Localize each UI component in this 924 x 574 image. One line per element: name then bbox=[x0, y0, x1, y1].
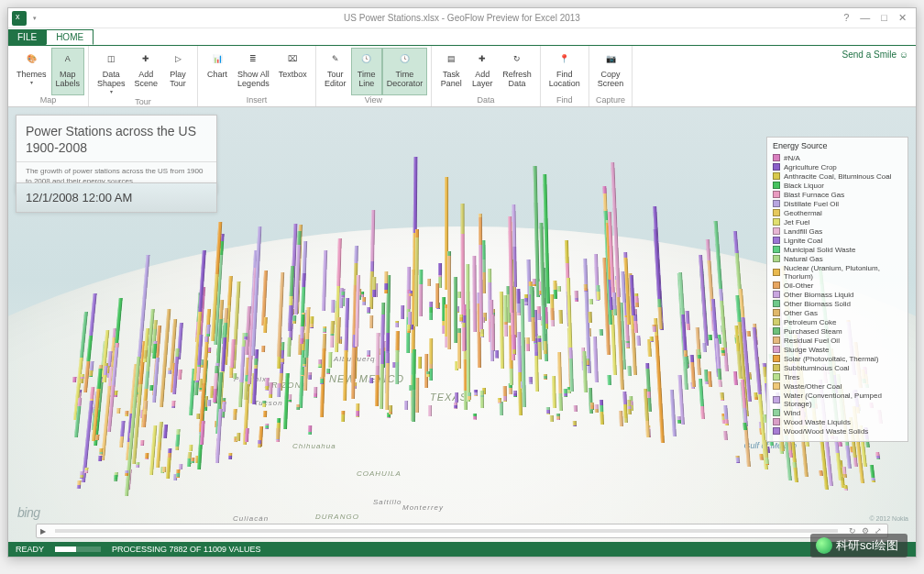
data-bar[interactable] bbox=[401, 305, 404, 319]
data-bar[interactable] bbox=[647, 392, 651, 398]
data-bar[interactable] bbox=[454, 403, 457, 408]
data-bar[interactable] bbox=[341, 411, 345, 422]
data-bar[interactable] bbox=[524, 298, 528, 304]
data-bar[interactable] bbox=[793, 462, 798, 468]
data-bar[interactable] bbox=[407, 325, 411, 333]
data-bar[interactable] bbox=[654, 318, 665, 443]
data-bar[interactable] bbox=[369, 315, 373, 328]
ribbon-time-line[interactable]: 🕓TimeLine bbox=[351, 48, 382, 95]
data-bar[interactable] bbox=[544, 341, 547, 354]
data-bar[interactable] bbox=[495, 350, 499, 359]
data-bar[interactable] bbox=[607, 375, 610, 385]
legend-item[interactable]: Anthracite Coal, Bituminous Coal bbox=[773, 171, 902, 181]
data-bar[interactable] bbox=[196, 414, 200, 419]
ribbon-data-shapes[interactable]: ◫DataShapes▾ bbox=[93, 48, 130, 97]
ribbon-copy-screen[interactable]: 📷CopyScreen bbox=[593, 48, 629, 95]
data-bar[interactable] bbox=[331, 300, 335, 313]
data-bar[interactable] bbox=[742, 423, 747, 430]
data-bar[interactable] bbox=[404, 401, 408, 410]
data-bar[interactable] bbox=[447, 251, 451, 349]
data-bar[interactable] bbox=[590, 403, 594, 408]
data-bar[interactable] bbox=[709, 335, 712, 340]
data-bar[interactable] bbox=[600, 400, 604, 425]
data-bar[interactable] bbox=[543, 374, 546, 380]
data-bar[interactable] bbox=[490, 315, 494, 350]
data-bar[interactable] bbox=[326, 369, 330, 374]
ribbon-add-layer[interactable]: ✚AddLayer bbox=[467, 48, 498, 95]
data-bar[interactable] bbox=[125, 411, 129, 416]
data-bar[interactable] bbox=[628, 366, 632, 376]
legend-item[interactable]: Wood Waste Liquids bbox=[773, 417, 902, 426]
data-bar[interactable] bbox=[472, 256, 477, 332]
data-bar[interactable] bbox=[136, 462, 140, 468]
data-bar[interactable] bbox=[720, 392, 724, 398]
legend-item[interactable]: Nuclear (Uranium, Plutonium, Thorium) bbox=[773, 263, 902, 281]
legend-item[interactable]: Lignite Coal bbox=[773, 236, 902, 245]
legend-item[interactable]: Petroleum Coke bbox=[773, 317, 902, 326]
data-bar[interactable] bbox=[723, 431, 728, 440]
data-bar[interactable] bbox=[559, 310, 563, 324]
legend-item[interactable]: Solar (Photovoltaic, Thermal) bbox=[773, 354, 902, 363]
data-bar[interactable] bbox=[503, 295, 508, 337]
data-bar[interactable] bbox=[175, 429, 181, 450]
data-bar[interactable] bbox=[626, 341, 630, 347]
legend-item[interactable]: Landfill Gas bbox=[773, 226, 902, 236]
legend-item[interactable]: #N/A bbox=[773, 153, 902, 162]
data-bar[interactable] bbox=[244, 333, 248, 340]
map-canvas[interactable]: ARIZONA NEW MEXICO TEXAS COAHUILA Chihua… bbox=[8, 107, 916, 542]
data-bar[interactable] bbox=[512, 335, 515, 353]
legend-item[interactable]: Purchased Steam bbox=[773, 326, 902, 336]
data-bar[interactable] bbox=[178, 370, 182, 380]
data-bar[interactable] bbox=[395, 321, 399, 327]
data-bar[interactable] bbox=[593, 337, 599, 382]
close-icon[interactable]: ✕ bbox=[898, 12, 907, 24]
data-bar[interactable] bbox=[462, 323, 466, 351]
data-bar[interactable] bbox=[406, 267, 411, 353]
data-bar[interactable] bbox=[875, 452, 880, 458]
ribbon-textbox[interactable]: ⌧Textbox bbox=[274, 48, 312, 95]
legend-item[interactable]: Oil-Other bbox=[773, 281, 902, 290]
data-bar[interactable] bbox=[119, 421, 126, 447]
ribbon-add-scene[interactable]: ✚AddScene bbox=[130, 48, 163, 97]
legend-item[interactable]: Subbituminous Coal bbox=[773, 363, 902, 372]
data-bar[interactable] bbox=[280, 359, 284, 364]
data-bar[interactable] bbox=[323, 326, 326, 332]
data-bar[interactable] bbox=[503, 386, 507, 402]
data-bar[interactable] bbox=[525, 337, 529, 351]
data-bar[interactable] bbox=[191, 458, 194, 463]
data-bar[interactable] bbox=[263, 317, 268, 333]
help-icon[interactable]: ? bbox=[843, 12, 849, 24]
data-bar[interactable] bbox=[588, 388, 593, 414]
data-bar[interactable] bbox=[698, 379, 705, 419]
legend-item[interactable]: Blast Furnace Gas bbox=[773, 190, 902, 199]
data-bar[interactable] bbox=[262, 401, 266, 407]
data-bar[interactable] bbox=[84, 468, 89, 473]
data-bar[interactable] bbox=[367, 350, 370, 357]
data-bar[interactable] bbox=[233, 373, 236, 379]
data-bar[interactable] bbox=[409, 291, 412, 296]
data-bar[interactable] bbox=[480, 329, 484, 335]
legend-item[interactable]: Residual Fuel Oil bbox=[773, 336, 902, 345]
data-bar[interactable] bbox=[736, 456, 740, 461]
data-bar[interactable] bbox=[258, 440, 261, 446]
data-bar[interactable] bbox=[513, 391, 517, 396]
data-bar[interactable] bbox=[228, 453, 232, 459]
data-bar[interactable] bbox=[552, 376, 556, 408]
minimize-icon[interactable]: — bbox=[860, 12, 870, 24]
data-bar[interactable] bbox=[676, 416, 680, 422]
data-bar[interactable] bbox=[466, 264, 470, 402]
data-bar[interactable] bbox=[372, 277, 376, 297]
data-bar[interactable] bbox=[292, 315, 296, 324]
data-bar[interactable] bbox=[870, 465, 875, 482]
data-bar[interactable] bbox=[385, 353, 390, 410]
legend-item[interactable]: Tires bbox=[773, 372, 902, 381]
data-bar[interactable] bbox=[322, 250, 327, 311]
data-bar[interactable] bbox=[473, 414, 477, 419]
data-bar[interactable] bbox=[369, 378, 373, 383]
legend-item[interactable]: Other Biomass Liquid bbox=[773, 290, 902, 299]
data-bar[interactable] bbox=[328, 352, 333, 368]
data-bar[interactable] bbox=[584, 284, 588, 291]
legend-item[interactable]: Natural Gas bbox=[773, 254, 902, 263]
data-bar[interactable] bbox=[457, 328, 461, 369]
data-bar[interactable] bbox=[149, 385, 153, 391]
